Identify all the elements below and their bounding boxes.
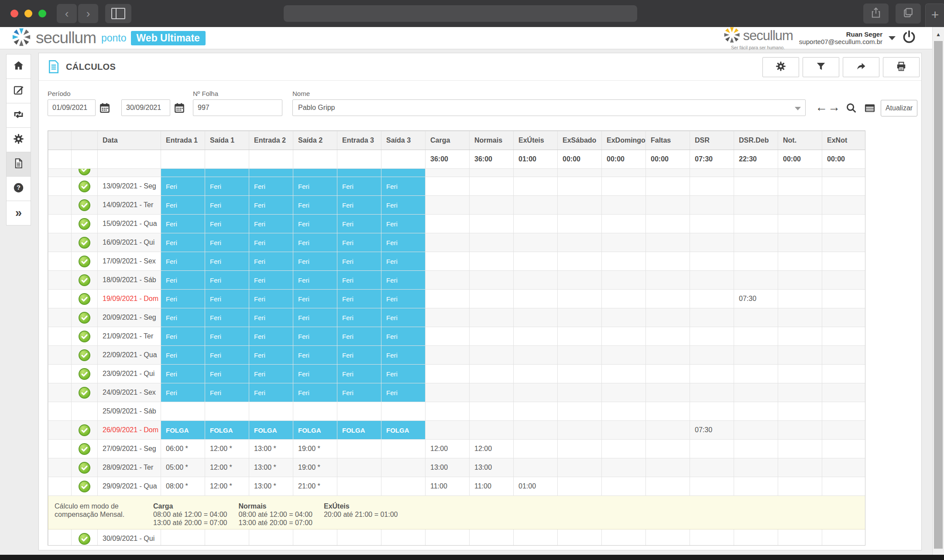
totals-empty-cell[interactable] [48,150,72,169]
punch-cell[interactable]: Feri [161,365,205,383]
column-header[interactable]: ExSábado [558,131,602,150]
column-header[interactable]: Faltas [646,131,690,150]
value-cell[interactable] [734,177,778,196]
value-cell[interactable] [646,308,690,327]
row-status-cell[interactable] [72,271,98,290]
page-scrollbar-thumb[interactable] [934,41,943,549]
value-cell[interactable] [690,346,734,365]
value-cell[interactable] [822,196,866,215]
value-cell[interactable] [602,365,646,383]
punch-cell[interactable]: Feri [381,177,426,196]
row-status-cell[interactable] [72,421,98,440]
value-cell[interactable] [470,169,514,177]
value-cell[interactable] [778,346,822,365]
sidebar-item-edit[interactable] [7,79,31,103]
punch-cell[interactable]: Feri [205,177,249,196]
value-cell[interactable] [558,365,602,383]
value-cell[interactable]: 12:00 [426,440,470,458]
value-cell[interactable] [470,196,514,215]
punch-cell[interactable]: Feri [161,233,205,252]
value-cell[interactable] [822,529,866,546]
row-select-cell[interactable] [48,458,72,477]
settings-button[interactable] [762,57,799,77]
column-header[interactable]: ExÚteis [514,131,558,150]
totals-empty-cell[interactable] [205,150,249,169]
punch-cell[interactable]: Feri [205,365,249,383]
punch-cell[interactable]: Feri [161,290,205,308]
value-cell[interactable] [778,290,822,308]
value-cell[interactable] [778,477,822,496]
value-cell[interactable] [646,271,690,290]
value-cell[interactable] [778,402,822,421]
row-status-cell[interactable] [72,477,98,496]
value-cell[interactable] [690,271,734,290]
date-cell[interactable]: 27/09/2021 - Seg [98,440,161,458]
page-scroll-up-icon[interactable]: ▲ [933,31,944,38]
value-cell[interactable] [602,458,646,477]
column-header[interactable]: ExDomingo [602,131,646,150]
value-cell[interactable] [646,346,690,365]
value-cell[interactable] [734,365,778,383]
periodo-to-input[interactable] [121,99,170,116]
value-cell[interactable] [470,177,514,196]
value-cell[interactable] [734,402,778,421]
punch-cell[interactable]: Feri [381,215,426,233]
value-cell[interactable]: 01:00 [514,477,558,496]
value-cell[interactable] [734,308,778,327]
value-cell[interactable] [602,440,646,458]
value-cell[interactable] [602,402,646,421]
totals-empty-cell[interactable] [98,150,161,169]
row-status-cell[interactable] [72,233,98,252]
punch-cell[interactable]: Feri [381,383,426,402]
value-cell[interactable] [822,308,866,327]
value-cell[interactable] [602,346,646,365]
punches-grid-button[interactable] [864,102,876,116]
value-cell[interactable] [734,169,778,177]
value-cell[interactable] [514,458,558,477]
row-select-cell[interactable] [48,177,72,196]
value-cell[interactable] [426,383,470,402]
totals-empty-cell[interactable] [161,150,205,169]
value-cell[interactable] [646,458,690,477]
row-status-cell[interactable] [72,177,98,196]
value-cell[interactable] [822,458,866,477]
value-cell[interactable] [514,308,558,327]
column-header[interactable]: ExNot [822,131,866,150]
punch-cell[interactable]: Feri [337,252,381,271]
punch-cell[interactable]: 19:00 * [293,440,337,458]
column-header[interactable]: DSR [690,131,734,150]
date-cell[interactable]: 30/09/2021 - Qui [98,529,161,546]
column-header[interactable]: Data [98,131,161,150]
punch-cell[interactable]: FOLGA [161,421,205,440]
value-cell[interactable] [822,365,866,383]
value-cell[interactable] [646,402,690,421]
punch-cell[interactable]: Feri [293,252,337,271]
punch-cell[interactable] [249,169,293,177]
date-cell[interactable]: 18/09/2021 - Sáb [98,271,161,290]
value-cell[interactable] [646,440,690,458]
punch-cell[interactable]: Feri [337,215,381,233]
punch-cell[interactable]: Feri [381,290,426,308]
value-cell[interactable] [822,402,866,421]
value-cell[interactable] [778,177,822,196]
row-select-cell[interactable] [48,252,72,271]
value-cell[interactable] [778,383,822,402]
punch-cell[interactable]: Feri [249,327,293,346]
value-cell[interactable] [470,290,514,308]
column-header[interactable]: Not. [778,131,822,150]
punch-cell[interactable]: Feri [161,271,205,290]
punch-cell[interactable]: Feri [249,383,293,402]
punch-cell[interactable] [249,402,293,421]
punch-cell[interactable]: 12:00 * [205,458,249,477]
search-employee-button[interactable] [845,102,857,116]
value-cell[interactable] [690,477,734,496]
column-header[interactable]: Saída 1 [205,131,249,150]
value-cell[interactable] [734,346,778,365]
value-cell[interactable] [778,421,822,440]
value-cell[interactable] [778,233,822,252]
sidebar-item-calculations[interactable] [7,152,31,177]
value-cell[interactable] [558,383,602,402]
sidebar-item-settings[interactable] [7,128,31,152]
row-select-cell[interactable] [48,290,72,308]
punch-cell[interactable]: Feri [293,233,337,252]
